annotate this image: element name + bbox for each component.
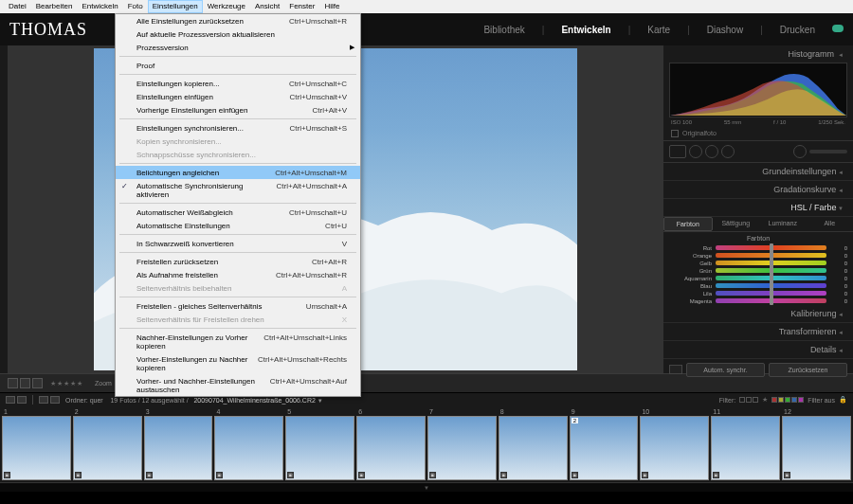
thumbnail-image[interactable]: ▣ — [144, 416, 213, 480]
menu-item[interactable]: Freistellen zurücksetzenCtrl+Alt+R — [116, 255, 360, 268]
hsl-tab-sättigung[interactable]: Sättigung — [713, 217, 760, 231]
hue-slider[interactable] — [716, 291, 826, 296]
cloud-sync-icon[interactable] — [832, 25, 844, 32]
thumbnail-slot[interactable]: 11▣ — [711, 408, 780, 480]
menu-hilfe[interactable]: Hilfe — [319, 0, 344, 13]
module-entwickeln[interactable]: Entwickeln — [555, 25, 616, 35]
color-filter-green[interactable] — [785, 397, 790, 403]
thumbnail-slot[interactable]: 4▣ — [214, 408, 283, 480]
menu-ansicht[interactable]: Ansicht — [250, 0, 284, 13]
module-diashow[interactable]: Diashow — [701, 25, 749, 35]
original-checkbox[interactable] — [671, 130, 679, 137]
color-filter-purple[interactable] — [798, 397, 804, 403]
hsl-tab-alle[interactable]: Alle — [807, 217, 854, 231]
hue-slider[interactable] — [716, 298, 826, 303]
thumbnail-slot[interactable]: 6▣ — [356, 408, 426, 480]
color-filter-red[interactable] — [771, 397, 777, 403]
histogram-header[interactable]: Histogramm — [663, 45, 853, 63]
hue-value[interactable]: 0 — [830, 291, 847, 297]
hue-slider[interactable] — [716, 261, 826, 265]
menu-item[interactable]: Auf aktuelle Prozessversion aktualisiere… — [116, 27, 360, 41]
thumbnail-slot[interactable]: 12▣ — [782, 408, 851, 480]
thumbnail-image[interactable]: ▣ — [214, 416, 283, 480]
hsl-tab-luminanz[interactable]: Luminanz — [759, 217, 807, 231]
menu-item[interactable]: Prozessversion▶ — [116, 41, 360, 54]
thumbnail-image[interactable]: ▣ — [640, 416, 709, 480]
menu-item[interactable]: Einstellungen synchronisieren...Ctrl+Ums… — [116, 121, 360, 135]
panel-tonecurve[interactable]: Gradationskurve — [663, 181, 853, 199]
mask-tool-icon[interactable] — [721, 145, 735, 158]
menu-werkzeuge[interactable]: Werkzeuge — [203, 0, 250, 13]
color-filter-blue[interactable] — [791, 397, 797, 403]
redeye-tool-icon[interactable] — [705, 145, 718, 158]
module-bibliothek[interactable]: Bibliothek — [478, 25, 530, 35]
nav-back-icon[interactable] — [39, 396, 48, 404]
original-photo-row[interactable]: Originalfoto — [663, 127, 853, 140]
loupe-view-icon[interactable] — [8, 378, 18, 388]
thumbnail-slot[interactable]: 10▣ — [640, 408, 709, 480]
thumbnail-image[interactable]: ▣ — [711, 416, 780, 480]
thumbnail-slot[interactable]: 8▣ — [499, 408, 568, 480]
panel-hsl[interactable]: HSL / Farbe — [663, 199, 853, 217]
panel-transform[interactable]: Transformieren — [663, 323, 853, 341]
hue-slider[interactable] — [716, 276, 826, 280]
menu-item[interactable]: Vorher- und Nachher-Einstellungen austau… — [116, 374, 360, 396]
grid-nav-icon[interactable] — [17, 396, 27, 404]
menu-item[interactable]: Proof — [116, 59, 360, 72]
menu-fenster[interactable]: Fenster — [284, 0, 319, 13]
filter-off-label[interactable]: Filter aus — [808, 397, 835, 404]
crop-tool-icon[interactable] — [669, 145, 686, 158]
hue-value[interactable]: 0 — [830, 261, 847, 266]
menu-bearbeiten[interactable]: Bearbeiten — [31, 0, 78, 13]
sync-switch-icon[interactable] — [669, 365, 682, 374]
thumbnail-image[interactable]: ▣ — [356, 416, 426, 480]
thumbnail-slot[interactable]: 5▣ — [285, 408, 354, 480]
thumbnail-image[interactable]: ▣ — [427, 416, 497, 480]
menu-item[interactable]: Vorherige Einstellungen einfügenCtrl+Alt… — [116, 103, 360, 117]
flag-filter-icon[interactable] — [746, 397, 752, 403]
menu-item[interactable]: Nachher-Einstellungen zu Vorher kopieren… — [116, 331, 360, 352]
menu-item[interactable]: Alle Einstellungen zurücksetzenCtrl+Umsc… — [116, 14, 360, 27]
hue-slider[interactable] — [716, 283, 826, 288]
panel-calibration[interactable]: Kalibrierung — [663, 305, 853, 323]
module-drucken[interactable]: Drucken — [774, 25, 821, 35]
thumbnail-slot[interactable]: 9▣2 — [570, 408, 639, 480]
compare-icon[interactable] — [32, 378, 43, 388]
menu-item[interactable]: Automatischer WeißabgleichCtrl+Umschalt+… — [116, 206, 360, 219]
thumbnail-slot[interactable]: 3▣ — [144, 408, 213, 480]
menu-entwickeln[interactable]: Entwickeln — [77, 0, 122, 13]
before-after-icon[interactable] — [20, 378, 30, 388]
hue-value[interactable]: 0 — [830, 268, 847, 274]
filmstrip-collapse-handle[interactable] — [0, 482, 853, 492]
color-filter-yellow[interactable] — [778, 397, 784, 403]
thumbnail-image[interactable]: ▣ — [782, 416, 851, 480]
panel-basic[interactable]: Grundeinstellungen — [663, 163, 853, 181]
filmstrip[interactable]: 1▣2▣3▣4▣5▣6▣7▣8▣9▣210▣11▣12▣ — [0, 406, 853, 482]
spot-tool-icon[interactable] — [689, 145, 702, 158]
thumbnail-image[interactable]: ▣ — [2, 416, 71, 480]
hue-value[interactable]: 0 — [830, 276, 847, 281]
thumbnail-slot[interactable]: 1▣ — [2, 408, 71, 480]
menu-einstellungen[interactable]: Einstellungen — [148, 0, 203, 13]
reset-button[interactable]: Zurücksetzen — [769, 363, 847, 377]
hue-slider[interactable] — [716, 245, 826, 250]
flag-filter-icon[interactable] — [739, 397, 745, 403]
menu-item[interactable]: Automatische EinstellungenCtrl+U — [116, 219, 360, 232]
thumbnail-slot[interactable]: 7▣ — [427, 408, 497, 480]
panel-details[interactable]: Details — [663, 341, 853, 359]
hsl-tab-farbton[interactable]: Farbton — [663, 217, 713, 231]
hue-slider[interactable] — [716, 268, 826, 273]
module-karte[interactable]: Karte — [642, 25, 676, 35]
histogram[interactable] — [669, 63, 847, 117]
thumbnail-slot[interactable]: 2▣ — [73, 408, 142, 480]
nav-fwd-icon[interactable] — [50, 396, 60, 404]
menu-item[interactable]: Als Aufnahme freistellenCtrl+Alt+Umschal… — [116, 268, 360, 281]
flag-filter-icon[interactable] — [753, 397, 758, 403]
thumbnail-image[interactable]: ▣ — [285, 416, 354, 480]
menu-item[interactable]: In Schwarzweiß konvertierenV — [116, 237, 360, 250]
thumbnail-image[interactable]: ▣ — [73, 416, 142, 480]
menu-item[interactable]: ✓Automatische Synchronisierung aktiviere… — [116, 179, 360, 201]
thumbnail-image[interactable]: ▣2 — [570, 416, 639, 480]
hue-value[interactable]: 0 — [830, 283, 847, 289]
radial-tool-icon[interactable] — [793, 145, 807, 158]
